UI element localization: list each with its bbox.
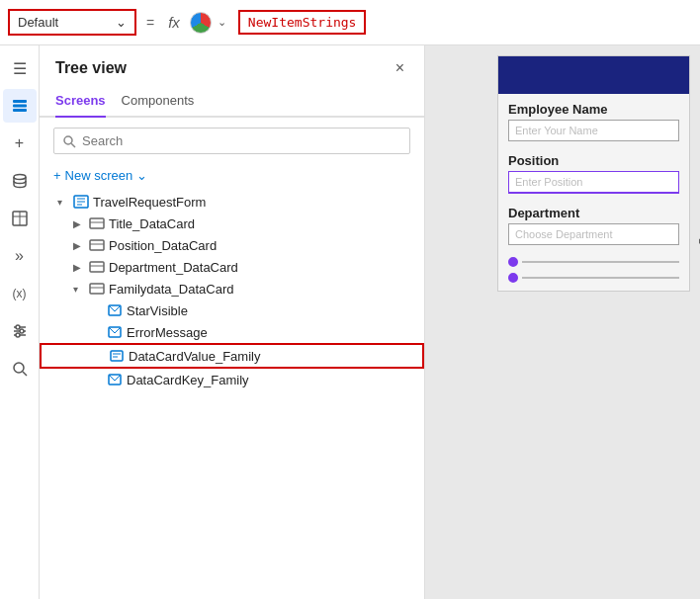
position-label: Position: [508, 153, 679, 168]
card-icon: [89, 281, 105, 297]
tree-item-label: StarVisible: [127, 303, 188, 318]
form-field-position: Position Enter Position: [498, 145, 689, 198]
color-wheel-icon[interactable]: [190, 12, 212, 34]
svg-line-16: [71, 143, 75, 147]
tree-item-title-datacard[interactable]: ▶ Title_DataCard: [40, 213, 424, 234]
settings-icon-btn[interactable]: [3, 314, 37, 348]
form-icon: [73, 194, 89, 210]
tab-components[interactable]: Components: [122, 87, 195, 118]
position-input[interactable]: Enter Position: [508, 171, 679, 194]
datacardvalue-icon: [109, 348, 125, 364]
tree-item-label: DataCardKey_Family: [127, 373, 249, 387]
tree-item-datacardvalue-family[interactable]: DataCardValue_Family: [40, 343, 424, 369]
search-icon: [62, 134, 76, 148]
svg-line-14: [23, 372, 27, 376]
slider-2: [508, 273, 679, 283]
svg-rect-23: [90, 240, 104, 250]
panel-header: Tree view ×: [40, 45, 424, 79]
svg-rect-0: [13, 100, 27, 103]
svg-rect-25: [90, 262, 104, 272]
slider-line-2: [522, 277, 679, 279]
svg-point-15: [64, 136, 72, 144]
slider-dot-2[interactable]: [508, 273, 518, 283]
tree-item-label: Position_DataCard: [109, 238, 217, 253]
form-header: [498, 56, 689, 94]
form-field-department: Department Choose Department: [498, 198, 689, 249]
tree-item-label: Familydata_DataCard: [109, 282, 233, 297]
svg-rect-2: [13, 109, 27, 112]
close-button[interactable]: ×: [392, 57, 408, 79]
tree-item-errormessage[interactable]: ErrorMessage: [40, 321, 424, 343]
chevron-icon: ▶: [73, 240, 85, 251]
plus-icon-btn[interactable]: +: [3, 127, 37, 160]
chevron-down-icon: ⌄: [116, 15, 127, 30]
equals-sign: =: [146, 15, 154, 31]
tree-item-familydata-datacard[interactable]: ▾ Familydata_DataCard: [40, 278, 424, 300]
main-content: ☰ + » (x): [0, 45, 700, 599]
slider-dot-1[interactable]: [508, 257, 518, 267]
tree-item-datacardkey-family[interactable]: DataCardKey_Family: [40, 369, 424, 390]
svg-rect-27: [90, 284, 104, 294]
tree-area: ▾ TravelRequestForm ▶: [40, 191, 424, 599]
visible-icon: [107, 324, 123, 340]
new-screen-label: New screen: [65, 168, 133, 183]
svg-point-10: [16, 325, 20, 329]
canvas-area: Employee Name Enter Your Name Position E…: [425, 45, 700, 599]
card-icon: [89, 259, 105, 275]
tree-item-position-datacard[interactable]: ▶ Position_DataCard: [40, 234, 424, 256]
arrows-icon-btn[interactable]: »: [3, 239, 37, 273]
database-icon-btn[interactable]: [3, 164, 37, 198]
svg-rect-21: [90, 218, 104, 228]
menu-icon-btn[interactable]: ☰: [3, 51, 37, 85]
tree-item-label: DataCardValue_Family: [129, 349, 260, 364]
tree-item-label: Department_DataCard: [109, 260, 238, 275]
icon-bar: ☰ + » (x): [0, 45, 40, 599]
panel-tabs: Screens Components: [40, 79, 424, 118]
svg-rect-1: [13, 105, 27, 108]
search-icon-btn[interactable]: [3, 352, 37, 385]
tree-item-label: ErrorMessage: [127, 325, 208, 340]
new-screen-chevron-icon: ⌄: [136, 168, 147, 183]
tree-item-starvisible[interactable]: StarVisible: [40, 300, 424, 321]
department-input[interactable]: Choose Department: [508, 223, 679, 245]
tree-item-department-datacard[interactable]: ▶ Department_DataCard: [40, 256, 424, 278]
tab-screens[interactable]: Screens: [55, 87, 106, 118]
panel-title: Tree view: [55, 59, 127, 77]
card-icon: [89, 215, 105, 231]
table-icon-btn[interactable]: [3, 202, 37, 235]
form-field-employee-name: Employee Name Enter Your Name: [498, 94, 689, 145]
employee-name-input[interactable]: Enter Your Name: [508, 120, 679, 141]
slider-1: [508, 257, 679, 267]
variable-icon-btn[interactable]: (x): [3, 277, 37, 310]
department-label: Department: [508, 206, 679, 220]
svg-point-12: [16, 333, 20, 337]
default-dropdown[interactable]: Default ⌄: [8, 9, 136, 36]
slider-line-1: [522, 261, 679, 263]
svg-rect-31: [111, 351, 123, 361]
svg-point-3: [14, 175, 26, 180]
chevron-icon: ▶: [73, 218, 85, 229]
chevron-icon: ▾: [73, 284, 85, 295]
svg-point-13: [14, 363, 24, 373]
layers-icon-btn[interactable]: [3, 89, 37, 123]
svg-point-11: [20, 329, 24, 333]
search-bar: [53, 128, 410, 154]
chevron-icon: ▾: [57, 197, 69, 208]
tree-item-label: TravelRequestForm: [93, 195, 206, 210]
chevron-icon: ▶: [73, 262, 85, 273]
default-label: Default: [18, 15, 58, 30]
new-screen-row[interactable]: + New screen ⌄: [40, 164, 424, 191]
form-card: Employee Name Enter Your Name Position E…: [497, 55, 690, 292]
search-input[interactable]: [82, 133, 401, 148]
visible-icon: [107, 302, 123, 318]
plus-icon: +: [53, 168, 61, 183]
slider-area: [498, 249, 689, 291]
visible-icon: [107, 372, 123, 387]
tree-item-travel-form[interactable]: ▾ TravelRequestForm: [40, 191, 424, 213]
employee-name-label: Employee Name: [508, 102, 679, 117]
newitem-strings-box[interactable]: NewItemStrings: [238, 10, 367, 35]
color-chevron-icon[interactable]: ⌄: [218, 16, 226, 29]
fx-button[interactable]: fx: [164, 12, 184, 33]
tree-item-label: Title_DataCard: [109, 216, 195, 231]
card-icon: [89, 237, 105, 253]
